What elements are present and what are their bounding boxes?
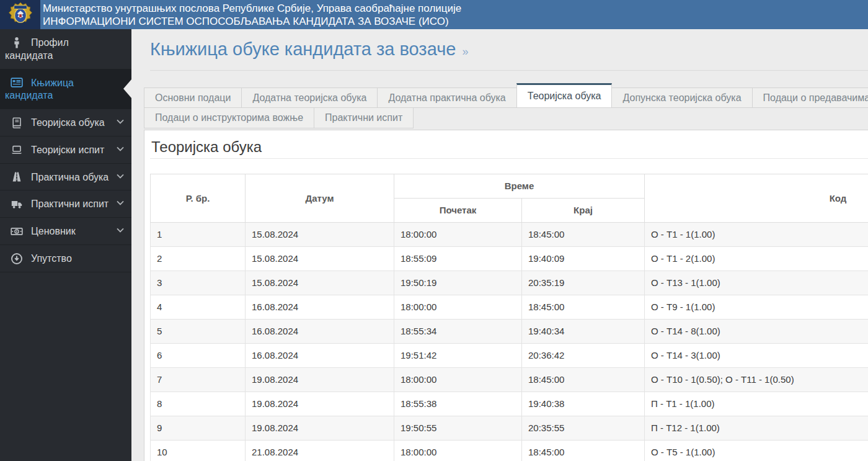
tab-bar-row2: Подаци о инструкторима вожњеПрактични ис… bbox=[144, 108, 868, 128]
column-header-datum: Датум bbox=[246, 174, 394, 223]
sidebar-item-teorijski-ispit[interactable]: Теоријски испит bbox=[0, 137, 131, 164]
cell-kod: О - Т13 - 1(1.00) bbox=[645, 271, 868, 295]
sidebar-item-label: Ценовник bbox=[31, 226, 76, 236]
cell-datum: 15.08.2024 bbox=[246, 247, 394, 271]
sidebar-item-teorijska-obuka[interactable]: Теоријска обука bbox=[0, 109, 131, 137]
police-badge-icon bbox=[9, 2, 32, 28]
cell-datum: 21.08.2024 bbox=[246, 441, 394, 461]
cell-rbr: 9 bbox=[151, 416, 246, 441]
sidebar-item-knjizica-kandidata[interactable]: Књижица кандидата bbox=[0, 69, 131, 110]
cell-datum: 16.08.2024 bbox=[246, 295, 394, 320]
cell-datum: 19.08.2024 bbox=[246, 392, 394, 416]
tab-podaci-o-instruktorima-voznje[interactable]: Подаци о инструкторима вожње bbox=[144, 108, 314, 128]
sidebar-item-uputstvo[interactable]: Упутство bbox=[0, 245, 131, 272]
tab-prakticni-ispit[interactable]: Практични испит bbox=[314, 108, 414, 128]
table-row: 919.08.202419:50:5520:35:55П - Т12 - 1(1… bbox=[151, 416, 868, 441]
ministry-title: Министарство унутрашњих послова Републик… bbox=[43, 2, 461, 15]
table-header: Р. бр. Датум Време Код Почетак Крај bbox=[151, 174, 868, 223]
cell-datum: 15.08.2024 bbox=[246, 223, 394, 247]
table-row: 819.08.202418:55:3819:40:38П - Т1 - 1(1.… bbox=[151, 392, 868, 416]
page-title: Књижица обуке кандидата за возаче» bbox=[150, 38, 868, 63]
section-divider bbox=[150, 158, 868, 159]
cell-kraj: 20:35:19 bbox=[522, 271, 645, 295]
cell-datum: 16.08.2024 bbox=[246, 344, 394, 368]
section-title: Теоријска обука bbox=[151, 137, 868, 156]
tab-dodatna-teorijska-obuka[interactable]: Додатна теоријска обука bbox=[241, 87, 378, 108]
sidebar-item-cenovnik[interactable]: Ценовник bbox=[0, 218, 131, 245]
sidebar-item-prakticna-obuka[interactable]: Практична обука bbox=[0, 164, 131, 191]
cell-datum: 16.08.2024 bbox=[246, 320, 394, 344]
sidebar: Профил кандидатаКњижица кандидатаТеоријс… bbox=[0, 29, 131, 461]
system-title: ИНФОРМАЦИОНИ СИСТЕМ ОСПОСОБЉАВАЊА КАНДИД… bbox=[43, 15, 461, 28]
cell-pocetak: 19:50:55 bbox=[394, 416, 522, 441]
column-header-pocetak: Почетак bbox=[394, 199, 522, 223]
chevron-down-icon bbox=[117, 228, 124, 233]
cell-datum: 19.08.2024 bbox=[246, 368, 394, 392]
sidebar-nav: Профил кандидатаКњижица кандидатаТеоријс… bbox=[0, 29, 131, 272]
cell-kraj: 19:40:34 bbox=[522, 320, 645, 344]
sidebar-item-label: Теоријска обука bbox=[31, 117, 105, 128]
chevron-down-icon bbox=[117, 174, 124, 179]
cell-rbr: 8 bbox=[151, 392, 246, 416]
cell-rbr: 3 bbox=[151, 271, 246, 295]
table-row: 516.08.202418:55:3419:40:34О - Т14 - 8(1… bbox=[151, 320, 868, 344]
tab-teorijska-obuka[interactable]: Теоријска обука bbox=[516, 83, 613, 108]
download-icon bbox=[10, 253, 24, 265]
sidebar-item-profil-kandidata[interactable]: Профил кандидата bbox=[0, 29, 131, 69]
column-header-kod: Код bbox=[645, 174, 868, 223]
person-icon bbox=[10, 37, 24, 49]
cell-kod: О - Т9 - 1(1.00) bbox=[645, 295, 868, 320]
tab-dopunska-teorijska-obuka[interactable]: Допунска теоријска обука bbox=[611, 87, 752, 108]
main-content: Књижица обуке кандидата за возаче» Основ… bbox=[131, 29, 868, 461]
column-header-kraj: Крај bbox=[522, 199, 645, 223]
table-row: 215.08.202418:55:0919:40:09О - Т1 - 2(1.… bbox=[151, 247, 868, 271]
cell-rbr: 7 bbox=[151, 368, 246, 392]
chevron-down-icon bbox=[117, 119, 124, 124]
cell-pocetak: 18:00:00 bbox=[394, 295, 522, 320]
cell-pocetak: 18:55:38 bbox=[394, 392, 522, 416]
sidebar-item-label: Практична обука bbox=[31, 171, 108, 182]
breadcrumb-chevrons: » bbox=[462, 45, 468, 58]
cell-pocetak: 18:00:00 bbox=[394, 441, 522, 461]
truck-icon bbox=[10, 198, 24, 210]
tab-dodatna-prakticna-obuka[interactable]: Додатна практична обука bbox=[377, 87, 516, 108]
tab-podaci-o-predavacima[interactable]: Подаци о предавачима bbox=[752, 87, 868, 108]
cell-pocetak: 18:00:00 bbox=[394, 368, 522, 392]
sidebar-item-label: Упутство bbox=[31, 253, 72, 264]
coat-of-arms bbox=[0, 0, 40, 29]
page-title-text: Књижица обуке кандидата за возаче bbox=[150, 39, 456, 59]
cell-rbr: 1 bbox=[151, 223, 246, 247]
road-icon bbox=[10, 171, 24, 183]
table-row: 115.08.202418:00:0018:45:00О - Т1 - 1(1.… bbox=[151, 223, 868, 247]
sidebar-item-prakticni-ispit[interactable]: Практични испит bbox=[0, 190, 131, 218]
cell-kraj: 19:40:38 bbox=[522, 392, 645, 416]
cell-kraj: 18:45:00 bbox=[522, 223, 645, 247]
column-header-rbr: Р. бр. bbox=[151, 174, 246, 223]
chevron-down-icon bbox=[117, 200, 124, 205]
laptop-icon bbox=[10, 144, 24, 156]
page-header: Књижица обуке кандидата за возаче» bbox=[150, 29, 868, 71]
column-header-vreme: Време bbox=[394, 174, 645, 199]
sidebar-item-label: Теоријски испит bbox=[31, 145, 104, 155]
cell-rbr: 4 bbox=[151, 295, 246, 320]
cell-kod: О - Т10 - 1(0.50); О - Т11 - 1(0.50) bbox=[645, 368, 868, 392]
cell-kraj: 19:40:09 bbox=[522, 247, 645, 271]
chevron-down-icon bbox=[117, 146, 124, 151]
tab-osnovni-podaci[interactable]: Основни подаци bbox=[144, 87, 242, 108]
cell-kod: О - Т5 - 1(1.00) bbox=[645, 441, 868, 461]
cell-kraj: 20:36:42 bbox=[522, 344, 645, 368]
cell-kraj: 18:45:00 bbox=[522, 295, 645, 320]
cell-datum: 19.08.2024 bbox=[246, 416, 394, 441]
table-row: 315.08.202419:50:1920:35:19О - Т13 - 1(1… bbox=[151, 271, 868, 295]
training-sessions-table: Р. бр. Датум Време Код Почетак Крај 115.… bbox=[150, 174, 868, 461]
table-body: 115.08.202418:00:0018:45:00О - Т1 - 1(1.… bbox=[151, 223, 868, 461]
table-row: 1021.08.202418:00:0018:45:00О - Т5 - 1(1… bbox=[151, 441, 868, 461]
cell-kod: О - Т14 - 3(1.00) bbox=[645, 344, 868, 368]
cell-rbr: 2 bbox=[151, 247, 246, 271]
cell-kod: О - Т1 - 1(1.00) bbox=[645, 223, 868, 247]
tab-content-panel: Теоријска обука Р. бр. Датум Време Код П… bbox=[144, 130, 868, 461]
cell-rbr: 10 bbox=[151, 441, 246, 461]
cell-kod: П - Т1 - 1(1.00) bbox=[645, 392, 868, 416]
cell-pocetak: 19:51:42 bbox=[394, 344, 522, 368]
cell-kraj: 18:45:00 bbox=[522, 368, 645, 392]
